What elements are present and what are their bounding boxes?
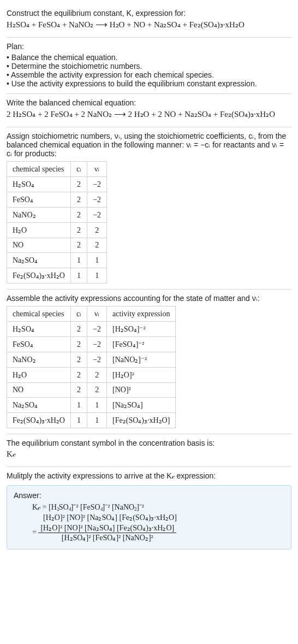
cell-ci: 2 bbox=[70, 352, 87, 368]
cell-species: NaNO₂ bbox=[7, 208, 71, 223]
kc-symbol: K𝒸 bbox=[7, 450, 291, 459]
activity-intro: Assemble the activity expressions accoun… bbox=[7, 294, 291, 303]
cell-vi: −2 bbox=[87, 322, 107, 337]
answer-box: Answer: K𝒸 = [H₂SO₄]⁻² [FeSO₄]⁻² [NaNO₂]… bbox=[7, 485, 291, 550]
cell-ci: 1 bbox=[70, 398, 87, 413]
multiply-intro: Mulitply the activity expressions to arr… bbox=[7, 471, 291, 481]
table-row: FeSO₄2−2[FeSO₄]⁻² bbox=[7, 337, 176, 352]
cell-vi: −2 bbox=[87, 192, 107, 208]
cell-ci: 2 bbox=[70, 192, 87, 208]
fraction-numerator: [H₂O]² [NO]² [Na₂SO₄] [Fe₂(SO₄)₃·xH₂O] bbox=[38, 523, 176, 533]
cell-ci: 2 bbox=[70, 177, 87, 192]
col-species: chemical species bbox=[7, 306, 71, 322]
cell-activity: [NaNO₂]⁻² bbox=[107, 352, 176, 368]
table-row: NaNO₂2−2[NaNO₂]⁻² bbox=[7, 352, 176, 368]
cell-species: NO bbox=[7, 383, 71, 398]
equals-sign: = bbox=[32, 528, 38, 536]
table-row: Na₂SO₄11[Na₂SO₄] bbox=[7, 398, 176, 413]
cell-species: NO bbox=[7, 238, 71, 253]
cell-ci: 2 bbox=[70, 208, 87, 223]
cell-activity: [Fe₂(SO₄)₃·xH₂O] bbox=[107, 413, 176, 428]
cell-species: Na₂SO₄ bbox=[7, 253, 71, 268]
kc-symbol-intro: The equilibrium constant symbol in the c… bbox=[7, 439, 291, 447]
cell-vi: 1 bbox=[87, 268, 107, 283]
cell-activity: [H₂O]² bbox=[107, 368, 176, 383]
table-row: NaNO₂2−2 bbox=[7, 208, 107, 223]
col-vi: νᵢ bbox=[87, 162, 107, 177]
kc-symbol-section: The equilibrium constant symbol in the c… bbox=[7, 434, 291, 467]
plan-item: Assemble the activity expression for eac… bbox=[7, 70, 291, 79]
cell-species: Fe₂(SO₄)₃·xH₂O bbox=[7, 413, 71, 428]
balanced-section: Write the balanced chemical equation: 2 … bbox=[7, 94, 291, 127]
answer-line1: K𝒸 = [H₂SO₄]⁻² [FeSO₄]⁻² [NaNO₂]⁻² bbox=[14, 503, 284, 512]
cell-species: FeSO₄ bbox=[7, 337, 71, 352]
activity-table: chemical species cᵢ νᵢ activity expressi… bbox=[7, 306, 176, 428]
prompt-equation: H₂SO₄ + FeSO₄ + NaNO₂ ⟶ H₂O + NO + Na₂SO… bbox=[7, 20, 291, 29]
cell-vi: 2 bbox=[87, 383, 107, 398]
fraction-denominator: [H₂SO₄]² [FeSO₄]² [NaNO₂]² bbox=[38, 533, 176, 542]
cell-vi: −2 bbox=[87, 352, 107, 368]
cell-species: H₂O bbox=[7, 368, 71, 383]
cell-vi: 2 bbox=[87, 223, 107, 238]
plan-item: Use the activity expressions to build th… bbox=[7, 79, 291, 88]
stoich-section: Assign stoichiometric numbers, νᵢ, using… bbox=[7, 127, 291, 289]
balanced-intro: Write the balanced chemical equation: bbox=[7, 98, 291, 107]
cell-activity: [Na₂SO₄] bbox=[107, 398, 176, 413]
col-vi: νᵢ bbox=[87, 306, 107, 322]
table-row: NO22 bbox=[7, 238, 107, 253]
plan-title: Plan: bbox=[7, 42, 291, 51]
table-row: H₂SO₄2−2 bbox=[7, 177, 107, 192]
cell-species: NaNO₂ bbox=[7, 352, 71, 368]
table-row: Na₂SO₄11 bbox=[7, 253, 107, 268]
plan-item: Determine the stoichiometric numbers. bbox=[7, 62, 291, 70]
prompt-section: Construct the equilibrium constant, K, e… bbox=[7, 4, 291, 38]
cell-vi: 2 bbox=[87, 368, 107, 383]
cell-vi: 1 bbox=[87, 413, 107, 428]
answer-line2: [H₂O]² [NO]² [Na₂SO₄] [Fe₂(SO₄)₃·xH₂O] bbox=[14, 513, 284, 522]
cell-vi: −2 bbox=[87, 337, 107, 352]
cell-activity: [FeSO₄]⁻² bbox=[107, 337, 176, 352]
multiply-section: Mulitply the activity expressions to arr… bbox=[7, 467, 291, 555]
cell-species: Na₂SO₄ bbox=[7, 398, 71, 413]
cell-activity: [NO]² bbox=[107, 383, 176, 398]
col-ci: cᵢ bbox=[70, 162, 87, 177]
col-ci: cᵢ bbox=[70, 306, 87, 322]
table-row: NO22[NO]² bbox=[7, 383, 176, 398]
cell-species: Fe₂(SO₄)₃·xH₂O bbox=[7, 268, 71, 283]
prompt-line1: Construct the equilibrium constant, K, e… bbox=[7, 9, 291, 17]
cell-ci: 1 bbox=[70, 253, 87, 268]
cell-ci: 2 bbox=[70, 322, 87, 337]
cell-vi: 2 bbox=[87, 238, 107, 253]
cell-activity: [H₂SO₄]⁻² bbox=[107, 322, 176, 337]
answer-title: Answer: bbox=[14, 491, 284, 500]
cell-vi: −2 bbox=[87, 208, 107, 223]
cell-ci: 2 bbox=[70, 383, 87, 398]
balanced-equation: 2 H₂SO₄ + 2 FeSO₄ + 2 NaNO₂ ⟶ 2 H₂O + 2 … bbox=[7, 109, 291, 119]
table-row: H₂O22 bbox=[7, 223, 107, 238]
plan-item: Balance the chemical equation. bbox=[7, 53, 291, 62]
cell-vi: 1 bbox=[87, 253, 107, 268]
cell-ci: 2 bbox=[70, 368, 87, 383]
cell-ci: 1 bbox=[70, 268, 87, 283]
cell-species: H₂SO₄ bbox=[7, 322, 71, 337]
answer-fraction: [H₂O]² [NO]² [Na₂SO₄] [Fe₂(SO₄)₃·xH₂O] [… bbox=[38, 523, 176, 542]
stoich-table: chemical species cᵢ νᵢ H₂SO₄2−2 FeSO₄2−2… bbox=[7, 161, 107, 283]
table-row: Fe₂(SO₄)₃·xH₂O11 bbox=[7, 268, 107, 283]
plan-section: Plan: Balance the chemical equation. Det… bbox=[7, 38, 291, 94]
table-header-row: chemical species cᵢ νᵢ bbox=[7, 162, 107, 177]
cell-ci: 1 bbox=[70, 413, 87, 428]
table-row: FeSO₄2−2 bbox=[7, 192, 107, 208]
cell-vi: −2 bbox=[87, 177, 107, 192]
table-row: Fe₂(SO₄)₃·xH₂O11[Fe₂(SO₄)₃·xH₂O] bbox=[7, 413, 176, 428]
cell-species: FeSO₄ bbox=[7, 192, 71, 208]
table-header-row: chemical species cᵢ νᵢ activity expressi… bbox=[7, 306, 176, 322]
col-activity: activity expression bbox=[107, 306, 176, 322]
cell-vi: 1 bbox=[87, 398, 107, 413]
table-row: H₂SO₄2−2[H₂SO₄]⁻² bbox=[7, 322, 176, 337]
stoich-intro: Assign stoichiometric numbers, νᵢ, using… bbox=[7, 132, 291, 158]
plan-list: Balance the chemical equation. Determine… bbox=[7, 53, 291, 88]
answer-fraction-line: = [H₂O]² [NO]² [Na₂SO₄] [Fe₂(SO₄)₃·xH₂O]… bbox=[14, 523, 284, 542]
cell-ci: 2 bbox=[70, 337, 87, 352]
col-species: chemical species bbox=[7, 162, 71, 177]
cell-species: H₂O bbox=[7, 223, 71, 238]
